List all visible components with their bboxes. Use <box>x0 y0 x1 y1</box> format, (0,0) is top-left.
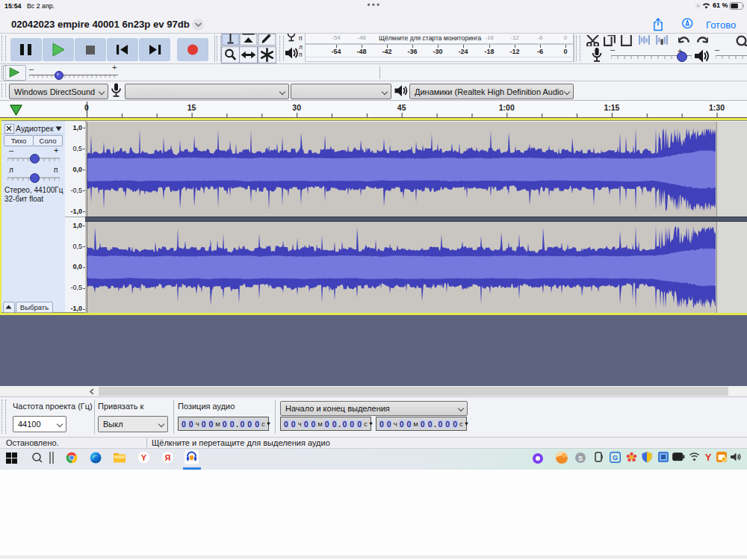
svg-text:S: S <box>578 455 583 462</box>
svg-text:G: G <box>613 454 618 461</box>
svg-text:Y: Y <box>705 452 712 462</box>
svg-text:Я: Я <box>165 453 171 462</box>
svg-text:45: 45 <box>397 103 406 112</box>
svg-text:1:15: 1:15 <box>604 103 619 112</box>
svg-text:1:30: 1:30 <box>709 103 725 112</box>
svg-text:Y: Y <box>141 453 147 462</box>
svg-text:15: 15 <box>187 103 196 112</box>
svg-text:1:00: 1:00 <box>499 103 515 112</box>
svg-text:30: 30 <box>292 103 301 112</box>
